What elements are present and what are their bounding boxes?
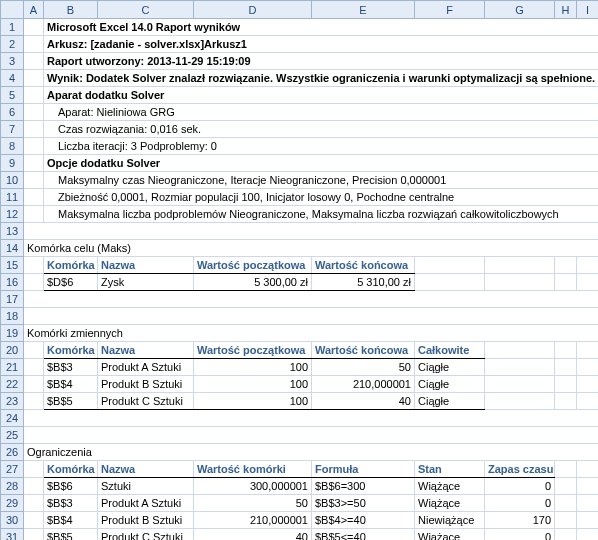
col-header-C[interactable]: C xyxy=(98,1,194,19)
cell-E22[interactable]: 210,000001 xyxy=(312,376,415,393)
cell-H20[interactable] xyxy=(555,342,577,359)
cell-B10[interactable]: Maksymalny czas Nieograniczone, Iteracje… xyxy=(44,172,599,189)
cell-B21[interactable]: $B$3 xyxy=(44,359,98,376)
cell-A28[interactable] xyxy=(24,478,44,495)
row-header-4[interactable]: 4 xyxy=(1,70,24,87)
cell-C23[interactable]: Produkt C Sztuki xyxy=(98,393,194,410)
cell-H22[interactable] xyxy=(555,376,577,393)
cell-F31[interactable]: Wiążące xyxy=(415,529,485,541)
cell-A6[interactable] xyxy=(24,104,44,121)
cell-A27[interactable] xyxy=(24,461,44,478)
cell-E29[interactable]: $B$3>=50 xyxy=(312,495,415,512)
cell-C15[interactable]: Nazwa xyxy=(98,257,194,274)
cell-E23[interactable]: 40 xyxy=(312,393,415,410)
cell-A10[interactable] xyxy=(24,172,44,189)
cell-A14[interactable]: Komórka celu (Maks) xyxy=(24,240,599,257)
cell-I20[interactable] xyxy=(577,342,599,359)
row-header-30[interactable]: 30 xyxy=(1,512,24,529)
cell-F30[interactable]: Niewiążące xyxy=(415,512,485,529)
col-header-D[interactable]: D xyxy=(194,1,312,19)
cell-E16[interactable]: 5 310,00 zł xyxy=(312,274,415,291)
cell-A31[interactable] xyxy=(24,529,44,541)
cell-G21[interactable] xyxy=(485,359,555,376)
row-header-17[interactable]: 17 xyxy=(1,291,24,308)
cell-B23[interactable]: $B$5 xyxy=(44,393,98,410)
row-header-3[interactable]: 3 xyxy=(1,53,24,70)
cell-row13[interactable] xyxy=(24,223,599,240)
cell-A12[interactable] xyxy=(24,206,44,223)
cell-A3[interactable] xyxy=(24,53,44,70)
cell-F20[interactable]: Całkowite xyxy=(415,342,485,359)
row-header-6[interactable]: 6 xyxy=(1,104,24,121)
cell-A7[interactable] xyxy=(24,121,44,138)
row-header-11[interactable]: 11 xyxy=(1,189,24,206)
cell-I16[interactable] xyxy=(577,274,599,291)
cell-B20[interactable]: Komórka xyxy=(44,342,98,359)
cell-C29[interactable]: Produkt A Sztuki xyxy=(98,495,194,512)
cell-D15[interactable]: Wartość początkowa xyxy=(194,257,312,274)
cell-B12[interactable]: Maksymalna liczba podproblemów Nieograni… xyxy=(44,206,599,223)
cell-A30[interactable] xyxy=(24,512,44,529)
row-header-20[interactable]: 20 xyxy=(1,342,24,359)
row-header-27[interactable]: 27 xyxy=(1,461,24,478)
row-header-18[interactable]: 18 xyxy=(1,308,24,325)
cell-D20[interactable]: Wartość początkowa xyxy=(194,342,312,359)
cell-F27[interactable]: Stan xyxy=(415,461,485,478)
col-header-E[interactable]: E xyxy=(312,1,415,19)
row-header-28[interactable]: 28 xyxy=(1,478,24,495)
cell-G28[interactable]: 0 xyxy=(485,478,555,495)
cell-A2[interactable] xyxy=(24,36,44,53)
cell-F28[interactable]: Wiążące xyxy=(415,478,485,495)
row-header-29[interactable]: 29 xyxy=(1,495,24,512)
cell-G30[interactable]: 170 xyxy=(485,512,555,529)
spreadsheet-grid[interactable]: A B C D E F G H I 1 Microsoft Excel 14.0… xyxy=(0,0,598,540)
cell-B7[interactable]: Czas rozwiązania: 0,016 sek. xyxy=(44,121,599,138)
cell-A23[interactable] xyxy=(24,393,44,410)
cell-D27[interactable]: Wartość komórki xyxy=(194,461,312,478)
cell-H30[interactable] xyxy=(555,512,577,529)
cell-F15[interactable] xyxy=(415,257,485,274)
cell-D30[interactable]: 210,000001 xyxy=(194,512,312,529)
cell-row17[interactable] xyxy=(24,291,599,308)
row-header-8[interactable]: 8 xyxy=(1,138,24,155)
row-header-2[interactable]: 2 xyxy=(1,36,24,53)
cell-C20[interactable]: Nazwa xyxy=(98,342,194,359)
cell-A16[interactable] xyxy=(24,274,44,291)
cell-A19[interactable]: Komórki zmiennych xyxy=(24,325,599,342)
cell-F21[interactable]: Ciągłe xyxy=(415,359,485,376)
row-header-19[interactable]: 19 xyxy=(1,325,24,342)
cell-H29[interactable] xyxy=(555,495,577,512)
cell-G23[interactable] xyxy=(485,393,555,410)
cell-B1[interactable]: Microsoft Excel 14.0 Raport wyników xyxy=(44,19,599,36)
cell-H15[interactable] xyxy=(555,257,577,274)
cell-D28[interactable]: 300,000001 xyxy=(194,478,312,495)
cell-D29[interactable]: 50 xyxy=(194,495,312,512)
cell-E27[interactable]: Formuła xyxy=(312,461,415,478)
cell-D31[interactable]: 40 xyxy=(194,529,312,541)
cell-B11[interactable]: Zbieżność 0,0001, Rozmiar populacji 100,… xyxy=(44,189,599,206)
row-header-15[interactable]: 15 xyxy=(1,257,24,274)
row-header-16[interactable]: 16 xyxy=(1,274,24,291)
cell-A22[interactable] xyxy=(24,376,44,393)
cell-B31[interactable]: $B$5 xyxy=(44,529,98,541)
cell-A5[interactable] xyxy=(24,87,44,104)
row-header-13[interactable]: 13 xyxy=(1,223,24,240)
cell-D21[interactable]: 100 xyxy=(194,359,312,376)
cell-B29[interactable]: $B$3 xyxy=(44,495,98,512)
cell-B16[interactable]: $D$6 xyxy=(44,274,98,291)
cell-E30[interactable]: $B$4>=40 xyxy=(312,512,415,529)
cell-B27[interactable]: Komórka xyxy=(44,461,98,478)
cell-H27[interactable] xyxy=(555,461,577,478)
cell-H16[interactable] xyxy=(555,274,577,291)
row-header-1[interactable]: 1 xyxy=(1,19,24,36)
cell-C30[interactable]: Produkt B Sztuki xyxy=(98,512,194,529)
select-all-corner[interactable] xyxy=(1,1,24,19)
col-header-I[interactable]: I xyxy=(577,1,599,19)
row-header-26[interactable]: 26 xyxy=(1,444,24,461)
col-header-G[interactable]: G xyxy=(485,1,555,19)
cell-A11[interactable] xyxy=(24,189,44,206)
cell-row25[interactable] xyxy=(24,427,599,444)
row-header-12[interactable]: 12 xyxy=(1,206,24,223)
row-header-10[interactable]: 10 xyxy=(1,172,24,189)
cell-A4[interactable] xyxy=(24,70,44,87)
